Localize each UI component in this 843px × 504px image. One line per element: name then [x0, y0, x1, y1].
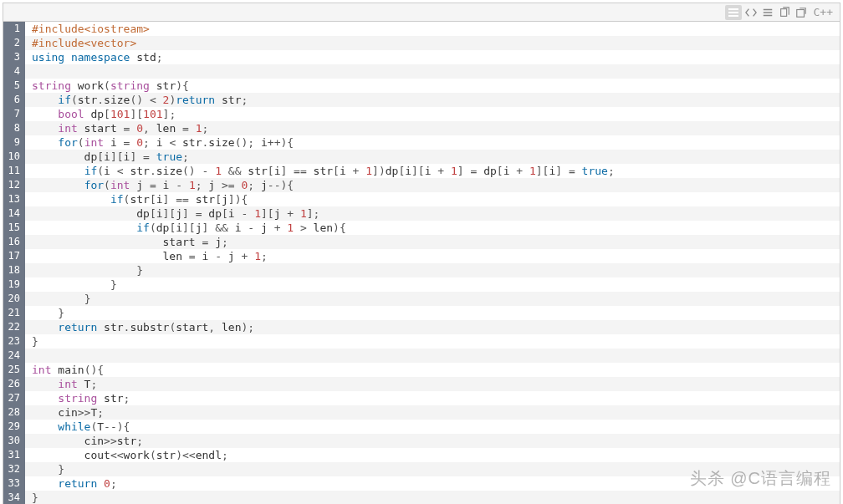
line-number: 4: [3, 64, 25, 79]
code-line: dp[i][i] = true;: [25, 150, 840, 164]
code-line: }: [25, 292, 840, 306]
code-line: string str;: [25, 391, 840, 405]
line-number: 32: [3, 462, 25, 476]
code-line: }: [25, 334, 840, 349]
code-line: }: [25, 306, 840, 320]
code-line: }: [25, 462, 840, 476]
line-number: 25: [3, 363, 25, 377]
code-line: int T;: [25, 377, 840, 391]
code-line: [25, 64, 840, 79]
list-icon[interactable]: [760, 5, 775, 20]
line-number: 29: [3, 420, 25, 434]
line-number: 33: [3, 476, 25, 491]
code-line: for(int i = 0; i < str.size(); i++){: [25, 135, 840, 150]
code-line: if(dp[i][j] && i - j + 1 > len){: [25, 221, 840, 235]
code-line: if(str.size() < 2)return str;: [25, 93, 840, 107]
line-number: 16: [3, 235, 25, 249]
code-editor: C++ 123456789101112131415161718192021222…: [3, 3, 840, 504]
code-line: }: [25, 277, 840, 292]
menu-icon[interactable]: [725, 5, 742, 20]
line-number: 2: [3, 36, 25, 50]
code-line: for(int j = i - 1; j >= 0; j--){: [25, 178, 840, 192]
editor-toolbar: C++: [3, 3, 840, 22]
code-line: #include<iostream>: [25, 22, 840, 36]
line-number: 26: [3, 377, 25, 391]
code-line: #include<vector>: [25, 36, 840, 50]
code-line: dp[i][j] = dp[i - 1][j + 1];: [25, 206, 840, 221]
code-line: }: [25, 491, 840, 504]
svg-rect-1: [796, 9, 804, 17]
line-number: 5: [3, 79, 25, 93]
line-number: 17: [3, 249, 25, 263]
line-number: 8: [3, 121, 25, 135]
code-icon[interactable]: [743, 5, 759, 20]
line-number-gutter: 1234567891011121314151617181920212223242…: [3, 22, 25, 504]
line-number: 3: [3, 50, 25, 64]
code-line: [25, 349, 840, 363]
language-label: C++: [814, 6, 833, 18]
line-number: 15: [3, 221, 25, 235]
code-line: using namespace std;: [25, 50, 840, 64]
code-line: int start = 0, len = 1;: [25, 121, 840, 135]
line-number: 18: [3, 263, 25, 277]
code-area: 1234567891011121314151617181920212223242…: [3, 22, 840, 504]
code-line: if(i < str.size() - 1 && str[i] == str[i…: [25, 164, 840, 178]
line-number: 22: [3, 320, 25, 334]
line-number: 11: [3, 164, 25, 178]
code-line: bool dp[101][101];: [25, 107, 840, 121]
code-line: if(str[i] == str[j]){: [25, 192, 840, 206]
code-content[interactable]: #include<iostream>#include<vector>using …: [25, 22, 840, 504]
line-number: 1: [3, 22, 25, 36]
code-line: cout<<work(str)<<endl;: [25, 448, 840, 462]
line-number: 7: [3, 107, 25, 121]
code-line: }: [25, 263, 840, 277]
code-line: return 0;: [25, 476, 840, 491]
code-line: string work(string str){: [25, 79, 840, 93]
line-number: 30: [3, 434, 25, 448]
line-number: 14: [3, 206, 25, 221]
line-number: 27: [3, 391, 25, 405]
code-line: cin>>T;: [25, 405, 840, 420]
code-line: return str.substr(start, len);: [25, 320, 840, 334]
line-number: 31: [3, 448, 25, 462]
code-line: cin>>str;: [25, 434, 840, 448]
line-number: 24: [3, 349, 25, 363]
line-number: 20: [3, 292, 25, 306]
code-line: while(T--){: [25, 420, 840, 434]
code-line: len = i - j + 1;: [25, 249, 840, 263]
line-number: 34: [3, 491, 25, 504]
line-number: 28: [3, 405, 25, 420]
line-number: 9: [3, 135, 25, 150]
popout-icon[interactable]: [794, 5, 809, 20]
code-line: int main(){: [25, 363, 840, 377]
line-number: 13: [3, 192, 25, 206]
line-number: 12: [3, 178, 25, 192]
line-number: 19: [3, 277, 25, 292]
copy-icon[interactable]: [777, 5, 792, 20]
line-number: 10: [3, 150, 25, 164]
svg-rect-0: [780, 8, 786, 16]
line-number: 21: [3, 306, 25, 320]
line-number: 23: [3, 334, 25, 349]
line-number: 6: [3, 93, 25, 107]
code-line: start = j;: [25, 235, 840, 249]
